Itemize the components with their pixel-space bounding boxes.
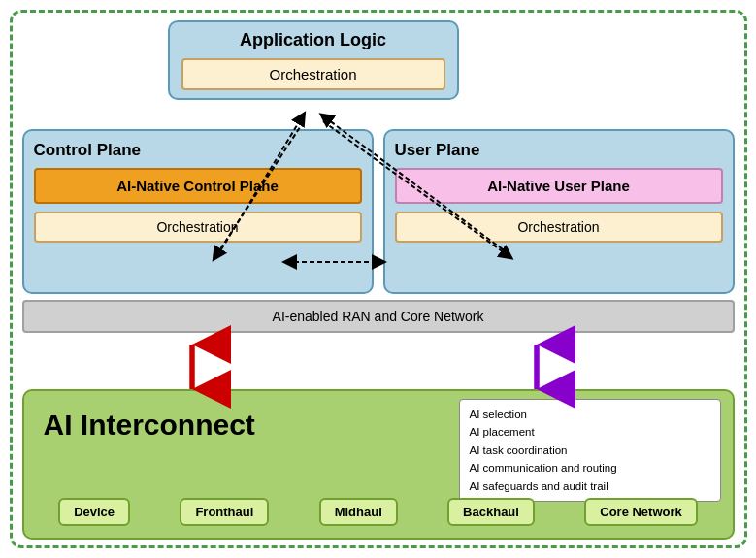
ai-native-user: AI-Native User Plane xyxy=(395,168,723,204)
app-logic-title: Application Logic xyxy=(181,30,445,50)
ai-native-control: AI-Native Control Plane xyxy=(34,168,362,204)
user-plane-title: User Plane xyxy=(395,141,723,160)
user-orchestration: Orchestration xyxy=(395,212,723,243)
label-device: Device xyxy=(58,498,130,526)
control-plane-title: Control Plane xyxy=(34,141,362,160)
network-labels-row: Device Fronthaul Midhaul Backhaul Core N… xyxy=(34,498,723,526)
label-backhaul: Backhaul xyxy=(447,498,535,526)
label-core-network: Core Network xyxy=(584,498,698,526)
ai-info-line-1: AI selection xyxy=(470,406,710,423)
ai-info-line-4: AI communication and routing xyxy=(470,459,710,476)
ai-info-line-5: AI safeguards and audit trail xyxy=(470,477,710,495)
ai-interconnect-container: AI Interconnect AI selection AI placemen… xyxy=(22,389,735,540)
app-logic-box: Application Logic Orchestration xyxy=(168,20,459,100)
ai-info-line-3: AI task coordination xyxy=(470,442,710,459)
ai-info-box: AI selection AI placement AI task coordi… xyxy=(459,399,721,502)
control-plane-box: Control Plane AI-Native Control Plane Or… xyxy=(22,129,374,294)
outer-container: Application Logic Orchestration Control … xyxy=(10,10,747,548)
ai-interconnect-title: AI Interconnect xyxy=(44,409,255,442)
planes-inner: Control Plane AI-Native Control Plane Or… xyxy=(22,129,735,294)
ran-bar: AI-enabled RAN and Core Network xyxy=(22,300,735,333)
label-fronthaul: Fronthaul xyxy=(180,498,269,526)
label-midhaul: Midhaul xyxy=(319,498,398,526)
control-orchestration: Orchestration xyxy=(34,212,362,243)
ai-info-line-2: AI placement xyxy=(470,423,710,441)
user-plane-box: User Plane AI-Native User Plane Orchestr… xyxy=(383,129,735,294)
planes-area: Control Plane AI-Native Control Plane Or… xyxy=(22,129,735,338)
orchestration-top: Orchestration xyxy=(181,58,445,90)
